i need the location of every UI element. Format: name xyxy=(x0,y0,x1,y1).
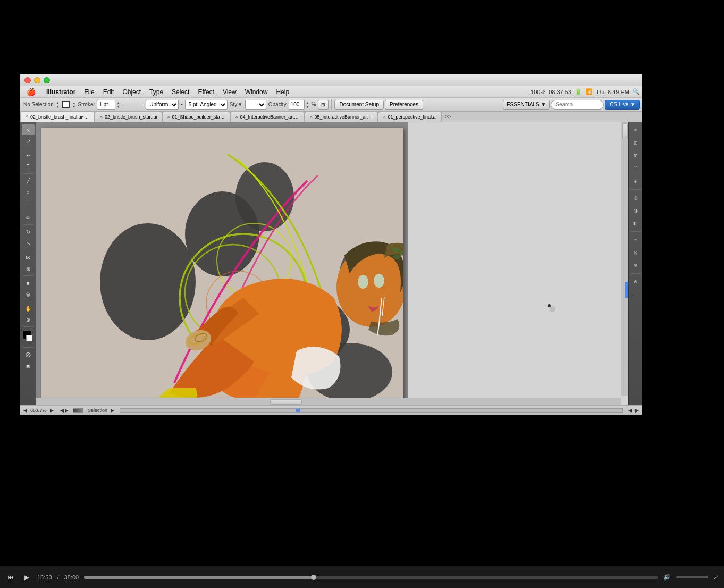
stroke-value-input[interactable] xyxy=(97,100,115,110)
swatches-panel-button[interactable]: ⊞ xyxy=(630,150,642,162)
tab-interactive-banner[interactable]: ✕ 04_InteractiveBanner_artboards.ai xyxy=(230,112,305,122)
brushes-panel-button[interactable]: ⌒ xyxy=(630,163,642,174)
selection-tool-button[interactable]: ↖ xyxy=(22,124,35,135)
statusbar-nav-left[interactable]: ◀ xyxy=(23,408,27,413)
pen-tool-button[interactable]: ✒ xyxy=(22,150,35,161)
zoom-display: 100% xyxy=(531,89,545,95)
svg-point-14 xyxy=(358,275,368,289)
stroke-arrows[interactable]: ▲ ▼ xyxy=(72,101,76,108)
tab-close-icon-5[interactable]: ✕ xyxy=(309,115,313,120)
stroke-value-arrows[interactable]: ▲ ▼ xyxy=(116,101,120,108)
document-setup-button[interactable]: Document Setup xyxy=(334,100,384,110)
video-progress-bar[interactable] xyxy=(84,576,658,579)
icon-button[interactable]: ⊞ xyxy=(318,100,329,110)
tab-interactive-banner-art[interactable]: ✕ 05_InteractiveBanner_art.ai xyxy=(305,112,378,122)
titlebar-buttons xyxy=(24,77,50,83)
paintbrush-tool-button[interactable]: ⌒ xyxy=(22,201,35,212)
opacity-arrows[interactable]: ▲ ▼ xyxy=(306,101,309,108)
horizontal-scrollbar-thumb[interactable] xyxy=(270,399,302,405)
menu-edit[interactable]: Edit xyxy=(99,87,119,97)
screen-mode-button[interactable]: ▣ xyxy=(22,360,35,371)
menu-type[interactable]: Type xyxy=(145,87,167,97)
menubar-right: 100% 08:37:53 🔋 📶 Thu 8:49 PM 🔍 xyxy=(531,88,640,95)
graphic-styles-panel-button[interactable]: ◎ xyxy=(630,192,642,204)
tab-shape-builder[interactable]: ✕ 01_Shape_builder_start.ai xyxy=(162,112,230,122)
gradient-tool-button[interactable]: ■ xyxy=(22,278,35,288)
tab-bristle-brush-final[interactable]: ✕ 02_bristle_brush_final.ai* @ 66.67% (R… xyxy=(20,112,95,122)
appearance-panel-button[interactable]: ◑ xyxy=(630,205,642,216)
type-tool-button[interactable]: T xyxy=(22,161,35,172)
cs-live-button[interactable]: CS Live ▼ xyxy=(605,100,640,110)
close-button[interactable] xyxy=(24,77,31,83)
blend-tool-button[interactable]: ⋈ xyxy=(22,252,35,263)
scale-tool-button[interactable]: ⤡ xyxy=(22,238,35,248)
menu-effect[interactable]: Effect xyxy=(193,87,218,97)
statusbar-arrow[interactable]: ▶ xyxy=(111,408,114,413)
menu-window[interactable]: Window xyxy=(241,87,272,97)
apple-menu[interactable]: 🍎 xyxy=(22,87,40,97)
tool-separator-3 xyxy=(23,199,33,199)
tab-bristle-brush-start[interactable]: ✕ 02_bristle_brush_start.ai xyxy=(95,112,162,122)
menu-view[interactable]: View xyxy=(218,87,241,97)
search-icon[interactable]: 🔍 xyxy=(633,88,640,95)
direct-selection-tool-button[interactable]: ↗ xyxy=(22,136,35,146)
horizontal-scrollbar[interactable] xyxy=(36,398,621,405)
statusbar-scroll-left[interactable]: ◀ xyxy=(628,408,632,413)
none-fill-button[interactable]: ⊘ xyxy=(22,349,35,360)
statusbar-scroll-right[interactable]: ▶ xyxy=(635,408,639,413)
tab-close-icon-4[interactable]: ✕ xyxy=(235,115,239,120)
menu-file[interactable]: File xyxy=(80,87,98,97)
tab-close-icon-3[interactable]: ✕ xyxy=(167,115,171,120)
opacity-input[interactable] xyxy=(289,100,305,110)
align-panel-button[interactable]: ⊣ xyxy=(630,234,642,246)
tab-perspective-final[interactable]: ✕ 01_perspective_final.ai xyxy=(378,112,442,122)
ellipse-tool-button[interactable]: ○ xyxy=(22,187,35,197)
transform-panel-button[interactable]: ⊠ xyxy=(630,247,642,258)
mesh-tool-button[interactable]: ⊞ xyxy=(22,263,35,274)
menu-object[interactable]: Object xyxy=(118,87,145,97)
video-rewind-button[interactable]: ⏮ xyxy=(5,572,16,583)
stroke-panel-button[interactable]: — xyxy=(630,289,642,300)
more-tabs-button[interactable]: >> xyxy=(443,114,453,120)
line-tool-button[interactable]: ╱ xyxy=(22,175,35,186)
video-play-button[interactable]: ▶ xyxy=(21,572,32,583)
pathfinder-panel-button[interactable]: ⊕ xyxy=(630,259,642,271)
vertical-scrollbar-thumb[interactable] xyxy=(622,123,628,139)
minimize-button[interactable] xyxy=(34,77,40,83)
brush-select[interactable]: 5 pt. Angled xyxy=(185,100,228,110)
statusbar-scroll-thumb[interactable] xyxy=(296,409,300,412)
layers-panel-button[interactable]: ≡ xyxy=(630,124,642,136)
hand-tool-button[interactable]: ✋ xyxy=(22,303,35,314)
links-panel-button[interactable]: ⊗ xyxy=(630,276,642,288)
preferences-button[interactable]: Preferences xyxy=(385,100,423,110)
uniform-select[interactable]: Uniform xyxy=(146,100,179,110)
rotate-tool-button[interactable]: ↻ xyxy=(22,226,35,237)
statusbar-nav-right[interactable]: ▶ xyxy=(50,408,54,413)
selection-dropdown-arrow[interactable]: ▲ ▼ xyxy=(56,101,60,108)
document-canvas[interactable] xyxy=(41,128,403,404)
tab-close-icon-6[interactable]: ✕ xyxy=(383,115,386,120)
volume-slider[interactable] xyxy=(676,576,708,578)
symbols-panel-button[interactable]: ◈ xyxy=(630,175,642,187)
blue-panel-indicator[interactable] xyxy=(625,282,628,298)
essentials-button[interactable]: ESSENTIALS ▼ xyxy=(503,100,550,110)
maximize-button[interactable] xyxy=(44,77,50,83)
vertical-scrollbar[interactable] xyxy=(621,122,628,396)
fullscreen-button[interactable]: ⤢ xyxy=(713,574,719,581)
statusbar-scroll[interactable] xyxy=(120,408,623,413)
artboards-panel-button[interactable]: ⊡ xyxy=(630,137,642,149)
stroke-color-box[interactable] xyxy=(62,101,70,108)
menu-select[interactable]: Select xyxy=(167,87,193,97)
background-color[interactable] xyxy=(26,335,32,341)
eyedropper-tool-button[interactable]: ◎ xyxy=(22,289,35,299)
tab-close-icon-2[interactable]: ✕ xyxy=(99,115,103,120)
pencil-tool-button[interactable]: ✏ xyxy=(22,212,35,223)
video-progress-thumb[interactable] xyxy=(311,575,316,580)
menu-illustrator[interactable]: Illustrator xyxy=(42,87,80,97)
zoom-tool-button[interactable]: ⊕ xyxy=(22,314,35,325)
menu-help[interactable]: Help xyxy=(272,87,293,97)
style-select[interactable] xyxy=(245,100,266,110)
transparency-panel-button[interactable]: ◧ xyxy=(630,217,642,229)
tab-close-icon[interactable]: ✕ xyxy=(25,114,29,119)
search-input[interactable] xyxy=(551,100,604,110)
